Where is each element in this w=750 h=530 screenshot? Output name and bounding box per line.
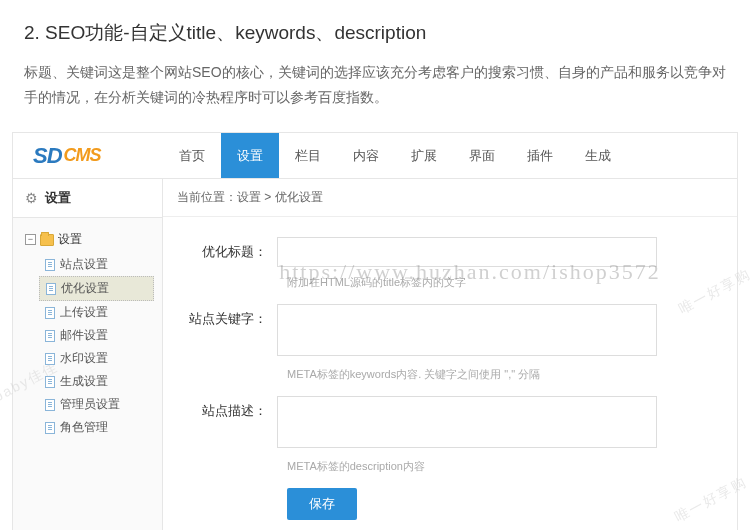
tree-root[interactable]: − 设置 [21, 228, 154, 251]
breadcrumb: 当前位置：设置 > 优化设置 [163, 179, 737, 217]
nav-item-4[interactable]: 扩展 [395, 133, 453, 178]
nav-item-5[interactable]: 界面 [453, 133, 511, 178]
keywords-label: 站点关键字： [187, 304, 277, 328]
file-icon [45, 259, 55, 271]
tree-item-label: 水印设置 [60, 350, 108, 367]
article-desc: 标题、关键词这是整个网站SEO的核心，关键词的选择应该充分考虑客户的搜索习惯、自… [24, 60, 726, 110]
nav-item-0[interactable]: 首页 [163, 133, 221, 178]
keywords-input[interactable] [277, 304, 657, 356]
app-screenshot: 唯一好享购 唯一好享购 baby佳佳 SD CMS 首页设置栏目内容扩展界面插件… [12, 132, 738, 530]
save-button[interactable]: 保存 [287, 488, 357, 520]
file-icon [45, 422, 55, 434]
tree-item-label: 优化设置 [61, 280, 109, 297]
sidebar-tree: − 设置 站点设置优化设置上传设置邮件设置水印设置生成设置管理员设置角色管理 [13, 218, 162, 449]
collapse-icon[interactable]: − [25, 234, 36, 245]
file-icon [45, 353, 55, 365]
gear-icon: ⚙ [25, 191, 39, 205]
title-input[interactable] [277, 237, 657, 267]
sidebar: ⚙ 设置 − 设置 站点设置优化设置上传设置邮件设置水印设置生成设置管理员设置角… [13, 179, 163, 530]
nav-item-3[interactable]: 内容 [337, 133, 395, 178]
file-icon [46, 283, 56, 295]
tree-item-label: 上传设置 [60, 304, 108, 321]
tree-item-2[interactable]: 上传设置 [39, 301, 154, 324]
file-icon [45, 376, 55, 388]
tree-item-3[interactable]: 邮件设置 [39, 324, 154, 347]
title-label: 优化标题： [187, 237, 277, 261]
desc-hint: META标签的description内容 [187, 459, 713, 474]
tree-item-label: 站点设置 [60, 256, 108, 273]
logo-cms: CMS [64, 145, 101, 166]
main-panel: 当前位置：设置 > 优化设置 https://www.huzhan.com/is… [163, 179, 737, 530]
sidebar-header: ⚙ 设置 [13, 179, 162, 218]
tree-item-1[interactable]: 优化设置 [39, 276, 154, 301]
tree-item-label: 管理员设置 [60, 396, 120, 413]
folder-icon [40, 234, 54, 246]
nav-item-7[interactable]: 生成 [569, 133, 627, 178]
tree-item-0[interactable]: 站点设置 [39, 253, 154, 276]
tree-item-4[interactable]: 水印设置 [39, 347, 154, 370]
nav-item-1[interactable]: 设置 [221, 133, 279, 178]
logo: SD CMS [13, 143, 163, 169]
tree-item-7[interactable]: 角色管理 [39, 416, 154, 439]
file-icon [45, 307, 55, 319]
header: SD CMS 首页设置栏目内容扩展界面插件生成 [13, 133, 737, 179]
nav-item-6[interactable]: 插件 [511, 133, 569, 178]
logo-sd: SD [33, 143, 62, 169]
top-nav: 首页设置栏目内容扩展界面插件生成 [163, 133, 627, 178]
sidebar-title: 设置 [45, 189, 71, 207]
file-icon [45, 330, 55, 342]
article-title: 2. SEO功能-自定义title、keywords、description [24, 20, 726, 46]
nav-item-2[interactable]: 栏目 [279, 133, 337, 178]
title-hint: 附加在HTML源码的title标签内的文字 [187, 275, 713, 290]
tree-root-label: 设置 [58, 231, 82, 248]
tree-item-label: 角色管理 [60, 419, 108, 436]
file-icon [45, 399, 55, 411]
tree-item-6[interactable]: 管理员设置 [39, 393, 154, 416]
desc-input[interactable] [277, 396, 657, 448]
desc-label: 站点描述： [187, 396, 277, 420]
tree-item-label: 邮件设置 [60, 327, 108, 344]
form: https://www.huzhan.com/ishop3572 优化标题： 附… [163, 217, 737, 530]
tree-item-5[interactable]: 生成设置 [39, 370, 154, 393]
keywords-hint: META标签的keywords内容. 关键字之间使用 "," 分隔 [187, 367, 713, 382]
tree-item-label: 生成设置 [60, 373, 108, 390]
